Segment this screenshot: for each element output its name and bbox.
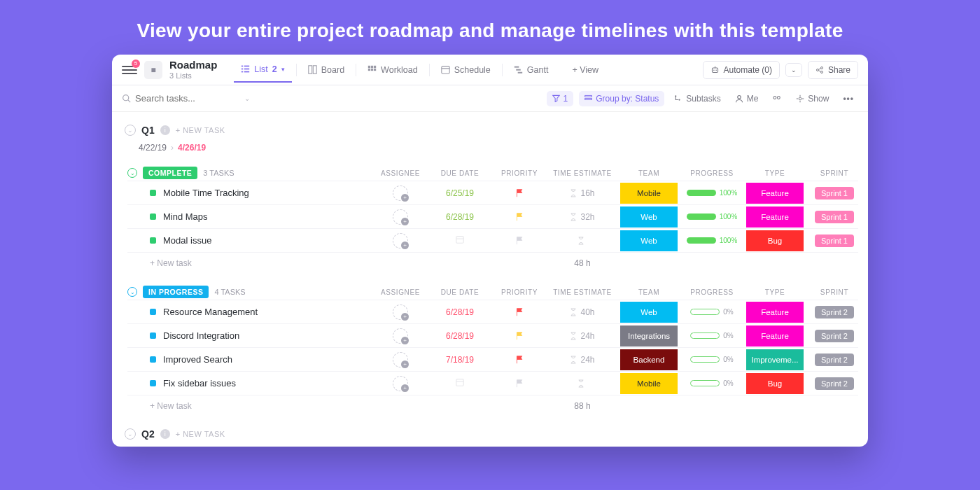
tab-workload[interactable]: Workload <box>360 59 425 80</box>
team-tag[interactable]: Web <box>620 230 678 251</box>
sprint-tag[interactable]: Sprint 1 <box>815 187 854 200</box>
task-row[interactable]: Mobile Time Tracking 6/25/19 16h Mobile … <box>127 181 858 204</box>
priority-cell[interactable] <box>491 188 547 197</box>
due-date[interactable]: 7/18/19 <box>428 355 491 365</box>
people-icon <box>772 94 782 103</box>
sprint-tag[interactable]: Sprint 1 <box>815 234 854 247</box>
sprint-tag[interactable]: Sprint 1 <box>815 211 854 223</box>
due-date[interactable]: 6/28/19 <box>428 331 491 341</box>
info-icon[interactable]: i <box>160 429 170 439</box>
time-estimate[interactable]: 24h <box>547 331 617 341</box>
tab-gantt[interactable]: Gantt <box>507 59 556 80</box>
subtasks-toggle[interactable]: Subtasks <box>670 91 724 106</box>
time-estimate[interactable] <box>547 237 617 245</box>
progress-cell[interactable]: 100% <box>680 213 743 220</box>
progress-cell[interactable]: 0% <box>680 332 743 340</box>
progress-cell[interactable]: 100% <box>680 237 743 244</box>
sprint-tag[interactable]: Sprint 2 <box>815 330 854 342</box>
tab-board[interactable]: Board <box>301 59 351 80</box>
due-date[interactable]: 6/28/19 <box>428 212 491 222</box>
me-filter[interactable]: Me <box>731 91 763 106</box>
time-estimate[interactable]: 32h <box>547 212 617 222</box>
tab-list[interactable]: List 2 ▾ <box>234 59 291 83</box>
share-button[interactable]: Share <box>808 61 858 79</box>
task-row[interactable]: Improved Search 7/18/19 24h Backend 0% I… <box>127 347 858 371</box>
progress-cell[interactable]: 0% <box>680 356 743 363</box>
svg-rect-31 <box>585 99 592 100</box>
team-tag[interactable]: Mobile <box>620 183 678 204</box>
new-task-button[interactable]: + NEW TASK <box>176 126 225 134</box>
filter-button[interactable]: 1 <box>547 91 574 106</box>
time-estimate[interactable]: 24h <box>547 355 617 365</box>
team-tag[interactable]: Web <box>620 206 678 227</box>
time-estimate[interactable]: 16h <box>547 188 617 198</box>
menu-button[interactable]: 5 <box>122 62 137 78</box>
priority-cell[interactable] <box>491 212 547 221</box>
new-task-button[interactable]: + New task <box>127 401 372 411</box>
team-tag[interactable]: Backend <box>620 349 678 370</box>
task-row[interactable]: Mind Maps 6/28/19 32h Web 100% Feature S… <box>127 204 858 228</box>
add-assignee-button[interactable] <box>393 186 408 201</box>
svg-rect-10 <box>374 66 376 68</box>
priority-cell[interactable] <box>491 379 547 388</box>
add-assignee-button[interactable] <box>393 328 408 344</box>
priority-cell[interactable] <box>491 331 547 340</box>
type-tag[interactable]: Bug <box>746 373 804 394</box>
more-button[interactable]: ••• <box>839 91 858 106</box>
due-date[interactable]: 6/25/19 <box>428 188 491 198</box>
collapse-toggle[interactable]: ⌄ <box>127 168 137 178</box>
groupby-button[interactable]: Group by: Status <box>579 91 664 106</box>
collapse-toggle[interactable]: ⌄ <box>127 287 137 297</box>
priority-cell[interactable] <box>491 236 547 245</box>
collapse-toggle[interactable]: ⌄ <box>125 125 136 136</box>
add-assignee-button[interactable] <box>393 209 408 225</box>
sprint-tag[interactable]: Sprint 2 <box>815 306 854 318</box>
team-tag[interactable]: Mobile <box>620 373 678 394</box>
svg-point-28 <box>123 95 129 101</box>
automate-button[interactable]: Automate (0) <box>703 61 780 79</box>
new-task-button[interactable]: + NEW TASK <box>176 430 225 438</box>
add-view-button[interactable]: + View <box>565 59 606 80</box>
info-icon[interactable]: i <box>160 125 170 135</box>
type-tag[interactable]: Feature <box>746 183 804 204</box>
due-date[interactable]: 6/28/19 <box>428 307 491 317</box>
task-row[interactable]: Discord Integration 6/28/19 24h Integrat… <box>127 323 858 347</box>
task-row[interactable]: Fix sidebar issues Mobile 0% Bug Sprint … <box>127 371 858 395</box>
add-assignee-button[interactable] <box>393 233 408 248</box>
sprint-tag[interactable]: Sprint 2 <box>815 377 854 390</box>
team-tag[interactable]: Integrations <box>620 326 678 346</box>
tab-schedule[interactable]: Schedule <box>434 59 498 80</box>
assignees-filter[interactable] <box>768 92 786 106</box>
add-assignee-button[interactable] <box>393 304 408 320</box>
col-priority: PRIORITY <box>491 169 547 177</box>
time-estimate[interactable] <box>547 379 617 388</box>
automate-dropdown[interactable]: ⌄ <box>785 63 802 77</box>
add-assignee-button[interactable] <box>393 352 408 368</box>
due-date[interactable] <box>428 377 491 389</box>
collapse-toggle[interactable]: ⌄ <box>125 428 136 440</box>
chevron-down-icon[interactable]: ⌄ <box>244 94 250 102</box>
show-button[interactable]: Show <box>792 91 833 106</box>
type-tag[interactable]: Feature <box>746 206 804 227</box>
group-icon <box>584 94 592 102</box>
type-tag[interactable]: Improveme... <box>746 349 804 370</box>
progress-cell[interactable]: 0% <box>680 308 743 316</box>
team-tag[interactable]: Web <box>620 302 678 323</box>
type-tag[interactable]: Feature <box>746 302 804 323</box>
add-assignee-button[interactable] <box>393 376 408 391</box>
type-tag[interactable]: Feature <box>746 326 804 346</box>
priority-cell[interactable] <box>491 355 547 364</box>
progress-cell[interactable]: 0% <box>680 379 743 387</box>
priority-cell[interactable] <box>491 307 547 316</box>
search-input[interactable] <box>135 93 240 104</box>
task-row[interactable]: Modal issue Web 100% Bug Sprint 1 <box>127 228 858 252</box>
progress-cell[interactable]: 100% <box>680 189 743 197</box>
time-estimate[interactable]: 40h <box>547 307 617 317</box>
due-date[interactable] <box>428 234 491 246</box>
new-task-button[interactable]: + New task <box>127 258 372 268</box>
tab-schedule-label: Schedule <box>454 65 491 75</box>
svg-point-35 <box>774 96 776 99</box>
type-tag[interactable]: Bug <box>746 230 804 251</box>
sprint-tag[interactable]: Sprint 2 <box>815 354 854 366</box>
task-row[interactable]: Resource Management 6/28/19 40h Web 0% F… <box>127 300 858 323</box>
